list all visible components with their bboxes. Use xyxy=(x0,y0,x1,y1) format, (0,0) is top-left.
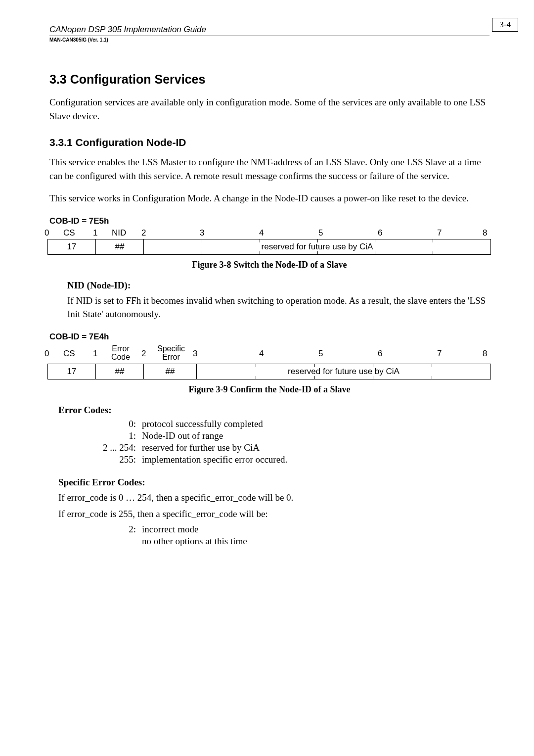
cob1-reserved-label: reserved for future use by CiA xyxy=(262,242,373,252)
section-3-3-title: 3.3 Configuration Services xyxy=(49,72,490,87)
sp-item-0: 2:incorrect mode xyxy=(89,524,490,535)
cob1-h-cs: CS xyxy=(63,228,75,238)
cob1-h-1: 1 xyxy=(93,228,97,238)
doc-title: CANopen DSP 305 Implementation Guide xyxy=(49,25,206,35)
cob2-h3: 3 xyxy=(193,349,197,359)
ec-item-0: 0:protocol successfully completed xyxy=(89,419,490,429)
cob1-caption: Figure 3-8 Switch the Node-ID of a Slave xyxy=(49,260,490,270)
cob1-cell-cs: 17 xyxy=(48,239,96,254)
cob2-h6: 6 xyxy=(378,349,382,359)
ec-item-3: 255:implementation specific error occure… xyxy=(89,454,490,465)
cob2-h-error: Error Code xyxy=(106,345,135,362)
cob2-h1: 1 xyxy=(93,349,97,359)
error-codes-label: Error Codes: xyxy=(58,405,490,416)
cob2-h5: 5 xyxy=(318,349,323,359)
doc-sub: MAN-CAN305IG (Ver. 1.1) xyxy=(49,37,490,43)
cob2-reserved-label: reserved for future use by CiA xyxy=(288,367,400,377)
cob1-label: COB-ID = 7E5h xyxy=(49,216,490,226)
cob1-table: 0 CS 1 NID 2 3 4 5 6 7 8 17 ## reserved … xyxy=(44,228,490,255)
cob2-caption: Figure 3-9 Confirm the Node-ID of a Slav… xyxy=(49,384,490,395)
cob1-h-7: 7 xyxy=(437,228,442,238)
nid-label: NID (Node-ID): xyxy=(67,280,490,291)
cob2-h-cs: CS xyxy=(63,349,75,359)
section-3-3-1-title: 3.3.1 Configuration Node-ID xyxy=(49,137,490,148)
section-3-3-p1: Configuration services are available onl… xyxy=(49,95,490,123)
cob2-h7: 7 xyxy=(437,349,442,359)
cob2-cell-cs: 17 xyxy=(48,364,96,379)
cob1-h-2: 2 xyxy=(141,228,146,238)
specific-p1: If error_code is 0 … 254, then a specifi… xyxy=(58,491,490,505)
specific-list: 2:incorrect mode no other options at thi… xyxy=(89,524,490,547)
cob2-h0: 0 xyxy=(44,349,49,359)
ec-item-2: 2 ... 254:reserved for further use by Ci… xyxy=(89,442,490,453)
section-3-3-1-p1: This service enables the LSS Master to c… xyxy=(49,155,490,183)
cob1-cell-nid: ## xyxy=(96,239,144,254)
cob1-cell-reserved: reserved for future use by CiA xyxy=(144,239,490,254)
cob1-h-0: 0 xyxy=(44,228,49,238)
cob1-h-6: 6 xyxy=(378,228,382,238)
cob1-h-8: 8 xyxy=(483,228,487,238)
error-codes-list: 0:protocol successfully completed 1:Node… xyxy=(89,419,490,465)
ec-item-1: 1:Node-ID out of range xyxy=(89,430,490,441)
cob2-label: COB-ID = 7E4h xyxy=(49,332,490,342)
cob1-h-5: 5 xyxy=(318,228,323,238)
page-number: 3-4 xyxy=(492,18,518,32)
cob1-h-4: 4 xyxy=(259,228,264,238)
cob2-h2: 2 xyxy=(141,349,146,359)
section-3-3-1-p2: This service works in Configuration Mode… xyxy=(49,191,490,205)
cob2-cell-reserved: reserved for future use by CiA xyxy=(197,364,490,379)
cob2-h8: 8 xyxy=(483,349,487,359)
nid-text: If NID is set to FFh it becomes invalid … xyxy=(67,294,490,321)
specific-error-label: Specific Error Codes: xyxy=(58,477,490,488)
cob2-h-specific: Specific Error xyxy=(152,345,190,362)
cob2-cell-err: ## xyxy=(96,364,144,379)
cob2-table: 0 CS 1 Error Code 2 Specific Error 3 4 5… xyxy=(44,344,490,379)
cob1-h-nid: NID xyxy=(112,228,126,238)
cob1-h-3: 3 xyxy=(200,228,204,238)
cob2-h4: 4 xyxy=(259,349,264,359)
sp-item-1: no other options at this time xyxy=(89,536,490,547)
cob2-cell-sp: ## xyxy=(144,364,197,379)
specific-p2: If error_code is 255, then a specific_er… xyxy=(58,507,490,521)
